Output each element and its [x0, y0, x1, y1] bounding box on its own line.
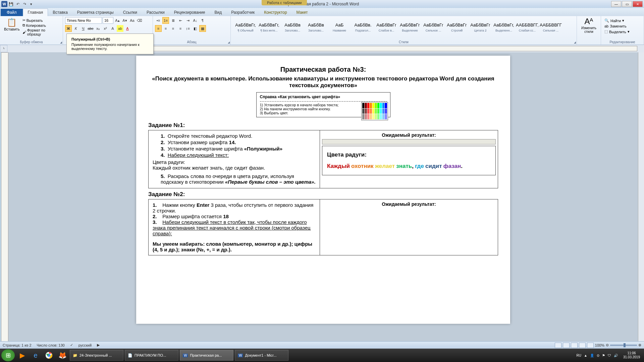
style-item[interactable]: ААББВВГГСильная ... [539, 18, 562, 37]
zoom-level[interactable]: 100% [595, 343, 604, 347]
full-screen-view[interactable] [563, 343, 570, 348]
tb-lang[interactable]: RU [577, 354, 581, 357]
change-styles-button[interactable]: Aᴬ Изменить стили [580, 17, 598, 34]
format-painter-button[interactable]: 🖌Формат по образцу [22, 28, 61, 37]
justify-button[interactable]: ≡ [177, 25, 184, 32]
find-button[interactable]: 🔍Найти ▾ [604, 18, 641, 23]
tb-task-word2[interactable]: WДокумент1 - Micr... [235, 350, 288, 361]
font-name-select[interactable] [65, 17, 102, 24]
tab-selector[interactable]: └ [0, 45, 7, 52]
copy-button[interactable]: ⧉Копировать [22, 23, 61, 28]
firefox-icon[interactable]: 🦊 [56, 350, 68, 361]
tab-table-layout[interactable]: Макет [292, 9, 313, 16]
qat-more[interactable]: ▾ [28, 1, 34, 7]
tray-icon[interactable]: 👤 [590, 354, 594, 357]
tray-icon[interactable]: ▲ [584, 354, 587, 357]
line-spacing-button[interactable]: ↕≡ [184, 25, 191, 32]
tb-task-word1[interactable]: WПрактическая ра... [180, 350, 233, 361]
tray-icon[interactable]: ⚑ [602, 354, 605, 357]
highlight-button[interactable]: ab [117, 25, 123, 32]
outline-view[interactable] [579, 343, 586, 348]
tray-icon[interactable]: 🔊 [614, 354, 618, 357]
horizontal-ruler[interactable] [142, 46, 637, 51]
undo-qat[interactable]: ↶ [15, 1, 21, 7]
change-case-button[interactable]: Aa [129, 17, 136, 24]
tab-file[interactable]: Файл [1, 9, 23, 16]
paste-button[interactable]: 📋 Вставить [2, 17, 22, 37]
align-left-button[interactable]: ≡ [155, 25, 162, 32]
tb-task-folder[interactable]: 📁24-Электронный ... [70, 350, 123, 361]
clear-format-button[interactable]: ⌫ [136, 17, 143, 24]
styles-launcher[interactable]: ◢ [574, 41, 576, 44]
zoom-slider[interactable] [610, 345, 637, 346]
tab-insert[interactable]: Вставка [48, 9, 72, 16]
select-button[interactable]: ⬚Выделить ▾ [604, 29, 641, 35]
font-color-button[interactable]: A [124, 25, 131, 32]
strike-button[interactable]: abc [87, 25, 94, 32]
close-button[interactable]: ✕ [633, 1, 643, 7]
vertical-scrollbar[interactable] [638, 52, 644, 354]
style-item[interactable]: АаБбВвГгВыделение [398, 18, 421, 37]
indent-decrease-button[interactable]: ⇤ [177, 17, 184, 24]
styles-gallery[interactable]: АаБбВвГг,¶ ОбычныйАаБбВвГг,¶ Без инте...… [233, 17, 575, 37]
ie-icon[interactable]: e [30, 350, 42, 361]
tab-references[interactable]: Ссылки [118, 9, 142, 16]
tray-icon[interactable]: 🛡 [608, 354, 611, 357]
text-effects-button[interactable]: A [109, 25, 116, 32]
show-marks-button[interactable]: ¶ [199, 17, 206, 24]
style-item[interactable]: АаБбВвГг,¶ Без инте... [258, 18, 280, 37]
indent-increase-button[interactable]: ⇥ [184, 17, 191, 24]
subscript-button[interactable]: x₂ [95, 25, 101, 32]
proofing-icon[interactable]: ✓ [70, 343, 73, 347]
paragraph-launcher[interactable]: ◢ [228, 41, 230, 44]
replace-button[interactable]: abЗаменить [604, 23, 641, 29]
superscript-button[interactable]: x² [102, 25, 109, 32]
maximize-button[interactable]: ▭ [622, 1, 632, 7]
tab-home[interactable]: Главная [23, 8, 48, 16]
vertical-ruler[interactable] [1, 52, 8, 354]
tab-table-design[interactable]: Конструктор [259, 9, 291, 16]
tab-developer[interactable]: Разработчик [226, 9, 259, 16]
style-item[interactable]: АаБбВвГг,Выделенн... [492, 18, 515, 37]
style-item[interactable]: АаБбВвГгСтрогий [445, 18, 468, 37]
font-size-select[interactable] [103, 17, 113, 24]
sort-button[interactable]: A↓ [192, 17, 199, 24]
tray-icon[interactable]: ⊙ [597, 354, 599, 357]
taskbar-clock[interactable]: 11:06 31.03.2019 [621, 351, 643, 359]
bullets-button[interactable]: •≡ [155, 17, 162, 24]
align-center-button[interactable]: ≡ [162, 25, 169, 32]
tb-task-pdf[interactable]: 📄ПРАКТИКУМ ПО... [125, 350, 178, 361]
align-right-button[interactable]: ≡ [170, 25, 176, 32]
print-layout-view[interactable] [555, 343, 561, 348]
start-button[interactable]: ⊞ [1, 349, 15, 361]
style-item[interactable]: АаБбВвГг,¶ Обычный [234, 18, 257, 37]
cut-button[interactable]: ✂Вырезать [22, 18, 61, 23]
grow-font-button[interactable]: A▴ [114, 17, 121, 24]
style-item[interactable]: АаБбВвГгЦитата 2 [469, 18, 492, 37]
media-player-icon[interactable]: ▶ [16, 350, 28, 361]
page-status[interactable]: Страница: 1 из 2 [3, 343, 32, 347]
style-item[interactable]: АаБНазвание [328, 18, 351, 37]
minimize-button[interactable]: — [611, 1, 621, 7]
tab-page-layout[interactable]: Разметка страницы [72, 9, 118, 16]
chrome-icon[interactable] [43, 350, 55, 361]
tab-view[interactable]: Вид [210, 9, 226, 16]
style-item[interactable]: АаБбВвЗаголово... [305, 18, 327, 37]
borders-button[interactable]: ▦ [199, 25, 206, 32]
style-item[interactable]: АаБбВвЗаголово... [281, 18, 304, 37]
zoom-out[interactable]: ⊖ [606, 343, 609, 347]
clipboard-launcher[interactable]: ◢ [60, 41, 62, 44]
underline-button[interactable]: Ч [80, 25, 87, 32]
language-status[interactable]: русский [78, 343, 92, 347]
tab-mailings[interactable]: Рассылки [142, 9, 169, 16]
redo-qat[interactable]: ↷ [21, 1, 28, 7]
zoom-in[interactable]: ⊕ [638, 343, 641, 347]
word-count[interactable]: Число слов: 130 [37, 343, 65, 347]
style-item[interactable]: АаБбВвГгСлабое в... [375, 18, 398, 37]
document-area[interactable]: Практическая работа №3: «Поиск документа… [8, 52, 638, 354]
web-layout-view[interactable] [571, 343, 578, 348]
macro-status[interactable]: ▶ [97, 343, 100, 347]
bold-button[interactable]: Ж [65, 25, 72, 32]
style-item[interactable]: ААББВВГГ,Слабая сс... [516, 18, 539, 37]
style-item[interactable]: АаБбВвГгСильное ... [422, 18, 445, 37]
